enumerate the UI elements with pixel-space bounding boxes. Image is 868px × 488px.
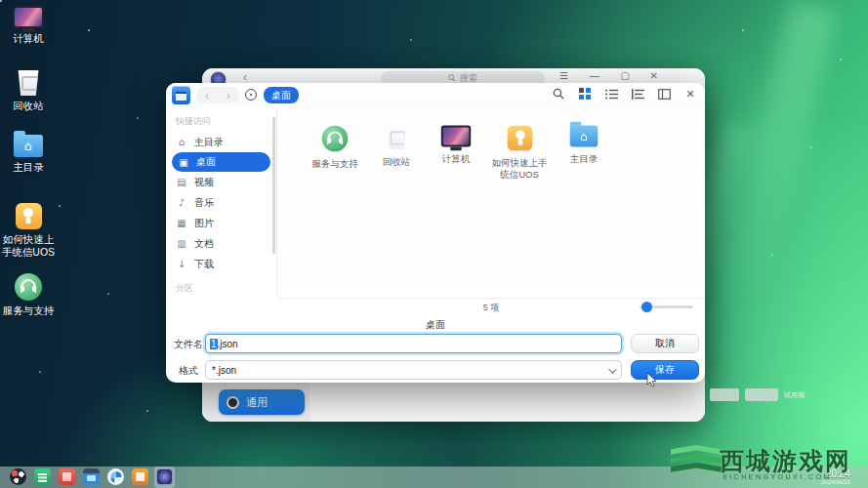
sidebar-item-pictures[interactable]: ▦ 图片 [166,213,276,233]
headset-service-icon [322,126,349,152]
back-icon[interactable]: ‹ [205,89,209,102]
desktop-icon-service-support[interactable]: 服务与支持 [0,273,57,317]
sidebar-item-desktop[interactable]: ▣ 桌面 [172,152,270,172]
stars-decoration [0,0,2,2]
sidebar-toggle-icon[interactable] [657,87,671,101]
close-icon[interactable]: ✕ [683,87,697,101]
watermark-subtitle: XICHENGYOUXI.COM [723,473,832,480]
software-center-icon[interactable] [132,468,148,485]
filename-label: 文件名 [174,338,203,351]
video-icon: ▤ [176,177,187,187]
save-file-dialog: ‹ › 桌面 ✕ 快捷访问 ⌂ 主目录 [166,83,705,383]
trash-icon [16,70,41,96]
forward-icon[interactable]: › [227,89,230,102]
lightbulb-guide-icon [16,203,42,229]
sidebar-item-general[interactable]: 通用 [219,389,305,415]
sidebar-item-label: 图片 [194,217,214,230]
download-icon: ↓ [176,259,187,269]
format-select[interactable]: *.json [205,360,622,380]
trial-label: 试用期 [784,390,805,400]
sidebar-item-home[interactable]: ⌂ 主目录 [166,132,276,152]
picture-icon: ▦ [176,218,187,228]
selected-text: 1 [210,339,218,349]
home-folder-icon: ⌂ [570,126,599,147]
sidebar-item-music[interactable]: ♪ 音乐 [166,192,276,213]
sidebar-item-videos[interactable]: ▤ 视频 [166,172,276,192]
close-icon[interactable]: ✕ [650,70,658,81]
save-button[interactable]: 保存 [631,360,699,380]
desktop-icon-home[interactable]: ⌂ 主目录 [0,135,57,174]
background-window-body: 通用 [202,381,705,422]
dialog-titlebar[interactable]: ‹ › 桌面 ✕ [166,83,705,107]
back-icon[interactable]: ‹ [243,70,247,84]
launcher-icon[interactable] [10,468,26,485]
minimize-icon[interactable]: — [590,70,599,81]
sidebar-item-documents[interactable]: ▥ 文档 [166,233,276,254]
grid-view-icon[interactable] [578,87,592,101]
desktop-icon-label: 计算机 [0,32,57,45]
chevron-down-icon [608,365,616,373]
file-label: 如何快速上手统信UOS [489,157,550,181]
search-icon[interactable] [552,87,565,101]
file-label: 服务与支持 [305,158,365,170]
desktop-icon: ▣ [178,157,189,168]
sidebar-item-label: 桌面 [196,155,216,169]
slider-knob[interactable] [641,302,652,312]
file-manager-icon[interactable] [83,468,100,485]
home-icon: ⌂ [176,137,187,147]
sidebar-item-label: 音乐 [194,196,214,210]
app-store-icon[interactable] [59,468,75,485]
file-item-uos-guide[interactable]: 如何快速上手统信UOS [489,125,550,181]
maximize-icon[interactable]: ▢ [621,70,630,81]
sidebar-item-label: 下载 [194,258,214,271]
current-directory-label: 桌面 [166,318,705,332]
icon-size-slider[interactable] [640,305,693,308]
watermark-box [710,388,739,401]
file-item-service-support[interactable]: 服务与支持 [305,125,365,170]
status-bar: 5 项 [277,298,705,314]
launchpad-icon[interactable] [34,468,51,485]
breadcrumb[interactable]: 桌面 [264,87,299,103]
menu-icon[interactable]: ☰ [559,70,568,81]
file-item-trash[interactable]: 回收站 [366,125,427,168]
desktop-icon-computer[interactable]: 计算机 [0,6,57,45]
format-value: *.json [212,365,236,376]
desktop-icon-label: 如何快速上手统信UOS [0,233,57,259]
sidebar-item-downloads[interactable]: ↓ 下载 [166,254,276,274]
file-item-computer[interactable]: 计算机 [426,125,486,165]
desktop-icon-trash[interactable]: 回收站 [0,70,57,112]
sidebar-scrollbar[interactable] [272,117,275,254]
active-app-icon[interactable] [156,468,173,485]
site-watermark: 西城游戏网 XICHENGYOUXI.COM [671,443,866,488]
tree-view-icon[interactable] [631,87,644,101]
desktop-icon-uos-guide[interactable]: 如何快速上手统信UOS [0,203,57,259]
trial-watermark: 试用期 [710,388,805,401]
format-label: 格式 [179,364,198,378]
filename-extension: .json [218,339,238,349]
document-icon: ▥ [176,238,187,249]
file-label: 计算机 [426,153,486,165]
watermark-box [745,388,778,401]
sidebar-section-header: 分区 [166,274,276,298]
headset-service-icon [15,273,42,301]
cancel-button[interactable]: 取消 [631,334,699,353]
home-folder-icon: ⌂ [14,135,43,157]
computer-icon [13,6,44,28]
mouse-cursor [646,372,659,387]
file-item-home[interactable]: ⌂ 主目录 [554,125,614,165]
sidebar-item-label: 通用 [246,395,268,410]
sidebar-item-label: 主目录 [194,136,224,149]
sidebar-item-label: 文档 [194,237,214,251]
navigation-buttons: ‹ › [196,87,239,103]
sidebar-section-header: 快捷访问 [166,107,276,132]
general-settings-icon [227,396,239,409]
history-icon[interactable] [245,89,257,101]
list-view-icon[interactable] [604,87,618,101]
file-label: 主目录 [554,153,614,165]
file-manager-icon [172,86,190,104]
filename-input[interactable]: 1 .json [205,334,622,353]
desktop-icon-label: 服务与支持 [0,305,57,317]
browser-icon[interactable] [107,468,124,485]
sidebar-item-label: 视频 [194,176,214,189]
search-icon [448,74,456,82]
